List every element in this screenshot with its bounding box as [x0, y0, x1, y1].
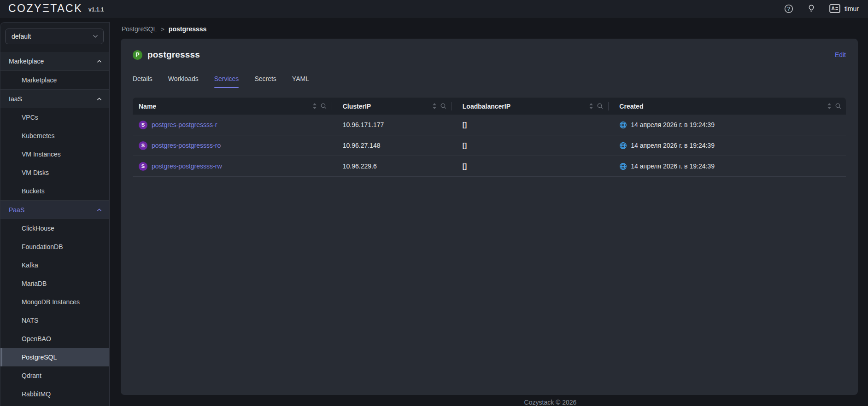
item-label: RabbitMQ — [22, 390, 51, 398]
cluster-ip-cell: 10.96.171.177 — [337, 121, 457, 128]
globe-icon — [619, 162, 627, 170]
created-value: 14 апреля 2026 г. в 19:24:39 — [631, 121, 715, 128]
lightbulb-icon — [807, 4, 815, 13]
search-icon[interactable] — [835, 103, 841, 109]
tab-details[interactable]: Details — [133, 75, 152, 88]
item-label: PostgreSQL — [22, 354, 57, 361]
sidebar-item-postgresql[interactable]: PostgreSQL — [0, 348, 109, 366]
service-icon: S — [139, 121, 147, 129]
sidebar-section-iaas[interactable]: IaaS — [0, 89, 109, 108]
sidebar-item-foundationdb[interactable]: FoundationDB — [0, 238, 109, 256]
created-cell: 14 апреля 2026 г. в 19:24:39 — [613, 142, 846, 150]
sidebar-panel: default Marketplace Marketplace — [0, 22, 110, 406]
item-label: Qdrant — [22, 372, 41, 379]
sidebar-item-rabbitmq[interactable]: RabbitMQ — [0, 385, 109, 403]
item-label: Buckets — [22, 187, 45, 195]
app-layout: default Marketplace Marketplace — [0, 17, 868, 406]
help-button[interactable]: ? — [784, 4, 793, 13]
globe-icon — [619, 121, 627, 129]
search-icon[interactable] — [440, 103, 446, 109]
item-label: ClickHouse — [22, 225, 54, 232]
service-icon: S — [139, 141, 147, 150]
table-row: S postgres-postgressss-ro 10.96.27.148 [… — [133, 135, 846, 156]
sidebar-menu: Marketplace Marketplace IaaS VPCs Kubern… — [0, 52, 109, 403]
breadcrumb-separator: > — [161, 26, 164, 33]
created-cell: 14 апреля 2026 г. в 19:24:39 — [613, 162, 846, 170]
breadcrumb-current: postgressss — [169, 25, 206, 33]
name-cell: S postgres-postgressss-rw — [133, 162, 337, 171]
item-label: VM Instances — [22, 151, 61, 158]
sidebar-item-nats[interactable]: NATS — [0, 311, 109, 330]
topbar: COZYΞTACK v1.1.1 ? A timur — [0, 0, 868, 17]
sidebar-item-kafka[interactable]: Kafka — [0, 256, 109, 274]
theme-toggle-button[interactable] — [807, 4, 815, 13]
section-label: PaaS — [9, 206, 24, 214]
name-cell: S postgres-postgressss-ro — [133, 141, 337, 150]
tab-yaml[interactable]: YAML — [292, 75, 309, 88]
sidebar-item-mongodb-instances[interactable]: MongoDB Instances — [0, 293, 109, 311]
table-row: S postgres-postgressss-r 10.96.171.177 [… — [133, 115, 846, 135]
user-card-icon: A — [829, 4, 840, 13]
item-label: Kafka — [22, 261, 38, 269]
table-row: S postgres-postgressss-rw 10.96.229.6 []… — [133, 156, 846, 177]
search-icon[interactable] — [321, 103, 327, 109]
column-header-loadbalancerip[interactable]: LoadbalancerIP — [457, 98, 614, 115]
service-icon: S — [139, 162, 147, 171]
sort-icon[interactable] — [432, 103, 437, 109]
service-name-link[interactable]: postgres-postgressss-r — [152, 121, 217, 128]
svg-text:?: ? — [787, 6, 790, 12]
chevron-up-icon — [97, 97, 102, 101]
sidebar-item-openbao[interactable]: OpenBAO — [0, 330, 109, 348]
sidebar-item-kubernetes[interactable]: Kubernetes — [0, 127, 109, 145]
service-name-link[interactable]: postgres-postgressss-rw — [152, 162, 222, 170]
column-header-created[interactable]: Created — [613, 98, 846, 115]
sidebar-item-vm-disks[interactable]: VM Disks — [0, 163, 109, 182]
resource-card: P postgressss Edit Details Workloads Ser… — [121, 39, 858, 395]
sidebar-item-marketplace[interactable]: Marketplace — [0, 71, 109, 89]
chevron-up-icon — [97, 59, 102, 63]
user-badge[interactable]: A timur — [829, 4, 859, 13]
sidebar-item-buckets[interactable]: Buckets — [0, 182, 109, 200]
item-label: OpenBAO — [22, 335, 51, 342]
tab-bar: Details Workloads Services Secrets YAML — [133, 75, 846, 88]
sort-icon[interactable] — [312, 103, 317, 109]
tenant-select[interactable]: default — [5, 29, 104, 44]
column-header-clusterip[interactable]: ClusterIP — [337, 98, 457, 115]
sidebar-section-marketplace[interactable]: Marketplace — [0, 52, 109, 71]
sort-icon[interactable] — [589, 103, 593, 109]
card-header: P postgressss Edit — [133, 50, 846, 60]
chevron-up-icon — [97, 208, 102, 212]
sidebar-item-qdrant[interactable]: Qdrant — [0, 366, 109, 385]
column-header-name[interactable]: Name — [133, 98, 337, 115]
globe-icon — [619, 142, 627, 150]
item-label: VM Disks — [22, 169, 49, 176]
loadbalancer-ip-cell: [] — [457, 121, 614, 128]
breadcrumb-postgresql-link[interactable]: PostgreSQL — [122, 25, 157, 33]
name-cell: S postgres-postgressss-r — [133, 121, 337, 129]
sidebar-section-paas[interactable]: PaaS — [0, 200, 109, 219]
item-label: Marketplace — [22, 76, 57, 84]
service-name-link[interactable]: postgres-postgressss-ro — [152, 142, 221, 149]
tenant-select-value: default — [12, 33, 31, 40]
item-label: VPCs — [22, 114, 38, 121]
sidebar: default Marketplace Marketplace — [0, 17, 110, 406]
cluster-ip-cell: 10.96.229.6 — [337, 162, 457, 170]
sidebar-item-vpcs[interactable]: VPCs — [0, 108, 109, 127]
loadbalancer-ip-cell: [] — [457, 142, 614, 149]
edit-button[interactable]: Edit — [835, 51, 846, 58]
search-icon[interactable] — [597, 103, 603, 109]
footer-copyright: Cozystack © 2026 — [121, 399, 858, 406]
cozystack-logo: COZYΞTACK — [8, 2, 82, 15]
sidebar-item-vm-instances[interactable]: VM Instances — [0, 145, 109, 163]
sidebar-item-mariadb[interactable]: MariaDB — [0, 274, 109, 293]
sort-icon[interactable] — [827, 103, 832, 109]
page-title: postgressss — [147, 50, 200, 60]
sidebar-item-clickhouse[interactable]: ClickHouse — [0, 219, 109, 238]
tab-workloads[interactable]: Workloads — [168, 75, 199, 88]
cluster-ip-cell: 10.96.27.148 — [337, 142, 457, 149]
section-label: IaaS — [9, 95, 22, 103]
item-label: MongoDB Instances — [22, 298, 80, 306]
tab-secrets[interactable]: Secrets — [254, 75, 276, 88]
tab-services[interactable]: Services — [214, 75, 239, 88]
item-label: FoundationDB — [22, 243, 63, 250]
